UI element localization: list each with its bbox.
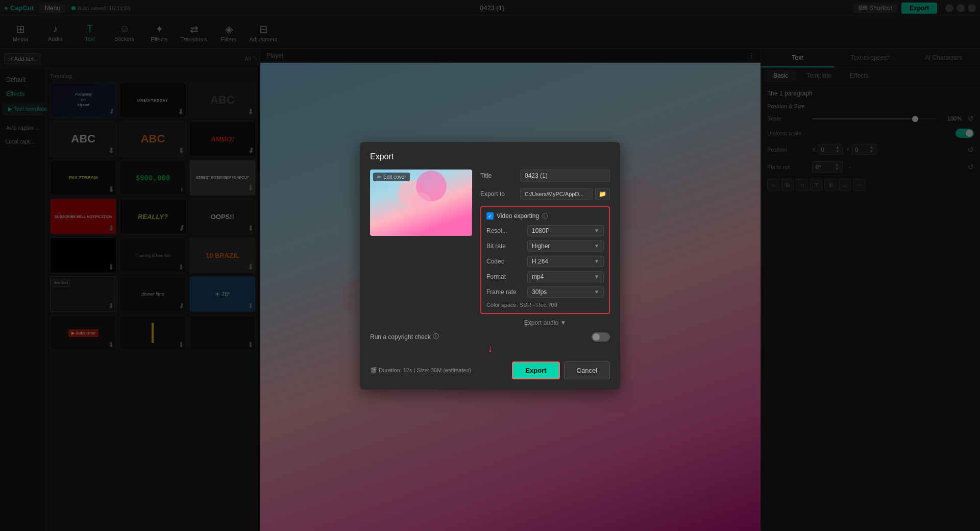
title-input[interactable] — [520, 170, 610, 182]
export-path-group: C:/Users/MyPC/AppD... 📁 — [520, 188, 610, 200]
format-row: Format mp4 ▼ — [486, 271, 604, 282]
export-to-row: Export to C:/Users/MyPC/AppD... 📁 — [480, 188, 610, 200]
format-value: mp4 — [532, 273, 544, 280]
frame-rate-label: Frame rate — [486, 288, 527, 296]
bit-rate-label: Bit rate — [486, 243, 527, 250]
format-select[interactable]: mp4 ▼ — [527, 271, 604, 282]
copyright-toggle[interactable] — [592, 332, 610, 342]
codec-row: Codec H.264 ▼ — [486, 256, 604, 267]
copyright-info-icon[interactable]: ⓘ — [433, 332, 439, 341]
format-arrow-icon: ▼ — [594, 274, 599, 279]
edit-icon: ✏ — [377, 174, 381, 180]
resolution-arrow-icon: ▼ — [594, 228, 599, 233]
modal-form: Title Export to C:/Users/MyPC/AppD... 📁 … — [480, 170, 610, 326]
arrow-indicator: ↓ — [370, 343, 610, 354]
edit-cover-button[interactable]: ✏ Edit cover — [373, 173, 410, 181]
frame-rate-value: 30fps — [532, 288, 547, 296]
export-audio-row: Export audio ▼ — [480, 319, 610, 326]
modal-title: Export — [370, 152, 610, 161]
resolution-select[interactable]: 1080P ▼ — [527, 225, 604, 236]
frame-rate-row: Frame rate 30fps ▼ — [486, 286, 604, 298]
color-space-label: Color space: SDR - Rec.709 — [486, 302, 604, 308]
bit-rate-arrow-icon: ▼ — [594, 243, 599, 249]
modal-footer: 🎬 Duration: 12s | Size: 36M (estimated) … — [370, 361, 610, 379]
svg-point-8 — [411, 192, 431, 213]
cancel-button[interactable]: Cancel — [564, 361, 610, 379]
modal-body: ✏ Edit cover Title Export to C:/Users/My… — [370, 170, 610, 326]
export-confirm-button[interactable]: Export — [512, 361, 559, 379]
export-audio-button[interactable]: Export audio ▼ — [524, 319, 567, 326]
title-field-label: Title — [480, 172, 516, 179]
export-modal: Export ✏ Edit cover — [360, 142, 620, 390]
export-to-label: Export to — [480, 190, 516, 198]
codec-label: Codec — [486, 258, 527, 265]
copyright-row: Run a copyright check ⓘ — [370, 332, 610, 342]
modal-overlay: Export ✏ Edit cover — [0, 0, 980, 531]
video-export-section: ✓ Video exporting ⓘ Resol... 1080P ▼ — [480, 206, 610, 314]
browse-folder-button[interactable]: 📁 — [595, 188, 610, 200]
bit-rate-value: Higher — [532, 243, 550, 250]
modal-buttons: Export Cancel — [512, 361, 610, 379]
copyright-label: Run a copyright check ⓘ — [370, 332, 439, 341]
codec-arrow-icon: ▼ — [594, 258, 599, 264]
modal-preview-section: ✏ Edit cover — [370, 170, 472, 326]
preview-image: ✏ Edit cover — [370, 170, 472, 236]
resolution-value: 1080P — [532, 227, 550, 234]
title-row: Title — [480, 170, 610, 182]
resolution-label: Resol... — [486, 227, 527, 234]
format-label: Format — [486, 273, 527, 280]
resolution-row: Resol... 1080P ▼ — [486, 225, 604, 236]
frame-rate-arrow-icon: ▼ — [594, 289, 599, 295]
bit-rate-select[interactable]: Higher ▼ — [527, 240, 604, 252]
video-export-info-icon[interactable]: ⓘ — [542, 212, 548, 220]
export-path-display: C:/Users/MyPC/AppD... — [520, 188, 593, 200]
video-file-icon: 🎬 — [370, 367, 377, 373]
video-export-header: ✓ Video exporting ⓘ — [486, 212, 604, 220]
codec-select[interactable]: H.264 ▼ — [527, 256, 604, 267]
duration-info: 🎬 Duration: 12s | Size: 36M (estimated) — [370, 367, 471, 374]
bit-rate-row: Bit rate Higher ▼ — [486, 240, 604, 252]
codec-value: H.264 — [532, 258, 548, 265]
frame-rate-select[interactable]: 30fps ▼ — [527, 286, 604, 298]
video-export-checkbox[interactable]: ✓ — [486, 212, 494, 220]
video-export-label: Video exporting — [497, 212, 539, 220]
